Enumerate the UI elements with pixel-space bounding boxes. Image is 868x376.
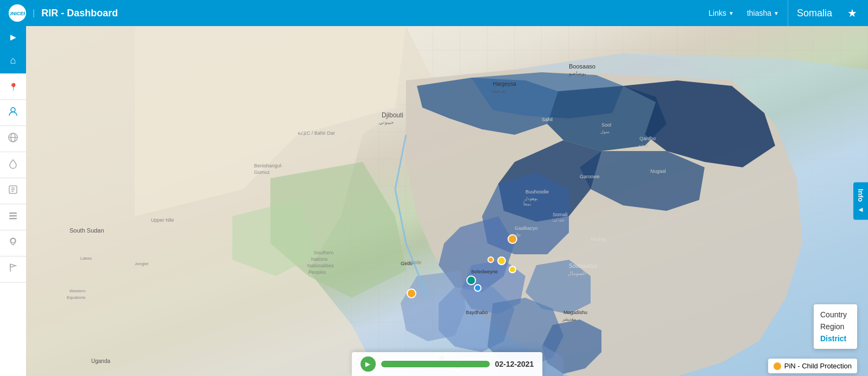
info-label: Info — [857, 189, 865, 202]
sidebar-item-globe[interactable] — [0, 126, 26, 152]
svg-text:هرجيسا: هرجيسا — [492, 89, 505, 93]
svg-text:Mudug: Mudug — [591, 236, 606, 242]
svg-text:Buuhoodie: Buuhoodie — [525, 189, 549, 195]
sidebar-item-people[interactable] — [0, 100, 26, 126]
svg-text:Nations: Nations — [311, 256, 328, 262]
svg-point-18 — [509, 266, 516, 273]
info-panel[interactable]: Info ◄ — [853, 183, 868, 220]
svg-text:جيبوتي: جيبوتي — [379, 120, 394, 126]
people-icon — [8, 106, 18, 120]
flag-icon — [8, 262, 18, 276]
svg-text:Sahil: Sahil — [542, 117, 553, 122]
svg-point-2 — [11, 108, 15, 112]
svg-text:Benishangul-: Benishangul- — [254, 163, 283, 168]
svg-text:مقديشر: مقديشر — [562, 317, 576, 322]
level-selector: Country Region District — [814, 304, 857, 349]
svg-text:Mogadishu: Mogadishu — [563, 310, 587, 315]
map-container[interactable]: Boosaaso بوصاصو Hargeysa هرجيسا Sahil So… — [26, 26, 868, 376]
level-country[interactable]: Country — [820, 309, 851, 321]
svg-text:بوهودل: بوهودل — [524, 196, 537, 201]
location-icon — [8, 236, 18, 250]
play-button[interactable]: ▶ — [360, 356, 376, 372]
sidebar-item-location[interactable] — [0, 230, 26, 256]
country-selector: Somalia ★ — [788, 0, 864, 26]
pin-icon: 📍 — [9, 83, 18, 91]
water-icon — [8, 158, 18, 172]
svg-text:Djibouti: Djibouti — [382, 111, 403, 119]
country-name[interactable]: Somalia — [788, 8, 841, 19]
svg-text:الصومال: الصومال — [568, 271, 586, 277]
legend: PiN - Child Protection — [768, 359, 857, 373]
svg-text:Upper Nile: Upper Nile — [151, 217, 174, 223]
sidebar-item-list[interactable] — [0, 204, 26, 230]
svg-point-22 — [467, 276, 476, 285]
svg-text:بوصاصو: بوصاصو — [568, 71, 586, 77]
map-svg: Boosaaso بوصاصو Hargeysa هرجيسا Sahil So… — [26, 26, 868, 376]
svg-text:Garoowe: Garoowe — [580, 174, 600, 179]
toggle-arrow-icon: ▶ — [10, 33, 16, 41]
svg-text:Hargeysa: Hargeysa — [493, 81, 516, 87]
navbar: UNICEF | RIR - Dashboard Links ▼ thiasha… — [0, 0, 868, 26]
svg-text:Gaalkacyo: Gaalkacyo — [515, 225, 538, 231]
svg-text:Qardho: Qardho — [639, 136, 656, 141]
svg-text:لمٱ ነልሸ: لمٱ ነልሸ — [552, 218, 565, 222]
svg-rect-11 — [9, 215, 17, 217]
sidebar-item-water[interactable] — [0, 152, 26, 178]
globe-icon — [8, 132, 18, 146]
svg-point-16 — [407, 289, 416, 298]
brand-title: RIR - Dashboard — [41, 8, 118, 19]
svg-text:بمحآ: بمحآ — [523, 201, 531, 206]
svg-text:Somali: Somali — [553, 212, 568, 217]
favorite-button[interactable]: ★ — [841, 0, 864, 26]
svg-point-23 — [474, 285, 481, 291]
timeline-date: 02-12-2021 — [495, 360, 534, 368]
level-district[interactable]: District — [820, 333, 851, 344]
svg-text:ገ / Gode: ገ / Gode — [403, 260, 422, 265]
progress-bar[interactable] — [381, 361, 490, 367]
svg-text:قرضه: قرضه — [638, 143, 649, 148]
user-menu[interactable]: thiasha ▼ — [743, 7, 783, 20]
svg-text:Boosaaso: Boosaaso — [569, 63, 595, 70]
sidebar-item-book[interactable] — [0, 178, 26, 204]
level-region[interactable]: Region — [820, 321, 851, 333]
svg-text:Southern: Southern — [314, 250, 334, 255]
sidebar: ▶ ⌂ 📍 — [0, 26, 26, 376]
svg-text:Sool: Sool — [601, 122, 611, 128]
brand-divider: | — [33, 8, 35, 18]
unicef-logo: UNICEF — [9, 4, 26, 22]
play-icon: ▶ — [365, 360, 370, 368]
svg-point-13 — [11, 239, 15, 243]
svg-rect-12 — [9, 218, 17, 220]
list-icon — [8, 210, 18, 224]
sidebar-item-pin[interactable]: 📍 — [0, 74, 26, 100]
svg-text:Gumuz: Gumuz — [254, 170, 270, 175]
svg-rect-10 — [9, 212, 17, 214]
book-icon — [8, 184, 18, 198]
svg-text:Equatoria: Equatoria — [67, 295, 86, 300]
legend-dot — [774, 362, 781, 370]
svg-text:Nationalities: Nationalities — [307, 263, 334, 268]
info-arrow-icon: ◄ — [857, 205, 865, 213]
svg-point-17 — [498, 257, 505, 265]
svg-text:سول: سول — [600, 129, 610, 134]
sidebar-toggle[interactable]: ▶ — [0, 26, 26, 48]
nav-right: Links ▼ thiasha ▼ Somalia ★ — [704, 0, 868, 26]
links-menu[interactable]: Links ▼ — [704, 7, 738, 20]
legend-label: PiN - Child Protection — [784, 362, 852, 370]
brand: UNICEF | RIR - Dashboard — [0, 4, 126, 22]
timeline: ▶ 02-12-2021 — [352, 352, 543, 376]
svg-text:Jonglei: Jonglei — [135, 261, 149, 266]
sidebar-item-flag[interactable] — [0, 256, 26, 283]
home-icon: ⌂ — [10, 55, 16, 66]
svg-text:UNICEF: UNICEF — [10, 11, 25, 16]
sidebar-item-home[interactable]: ⌂ — [0, 48, 26, 74]
svg-text:Beledweyne: Beledweyne — [471, 269, 498, 274]
svg-point-24 — [488, 257, 493, 262]
svg-text:Soomaaliya: Soomaaliya — [569, 263, 598, 269]
svg-text:ፋር፩C / Bahir Dar: ፋር፩C / Bahir Dar — [297, 130, 335, 136]
star-icon: ★ — [847, 7, 857, 20]
svg-text:Lakes: Lakes — [80, 256, 92, 261]
svg-text:Peoples: Peoples — [308, 270, 326, 275]
svg-text:Baydhabo: Baydhabo — [466, 310, 488, 315]
svg-text:Uganda: Uganda — [91, 358, 110, 364]
